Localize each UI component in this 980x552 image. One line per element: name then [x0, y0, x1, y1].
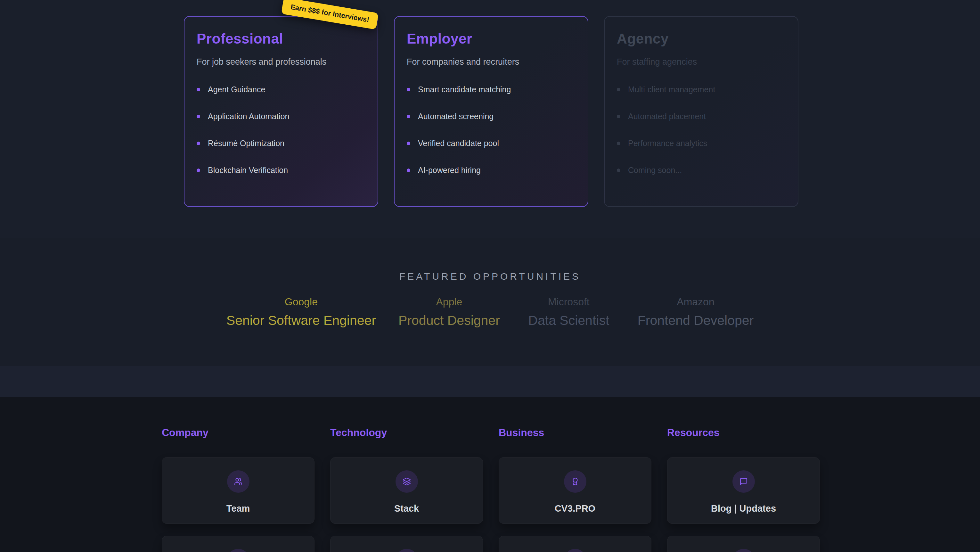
spacer-strip [0, 366, 980, 397]
featured-heading: FEATURED OPPORTUNITIES [0, 271, 980, 282]
message-square-icon [732, 470, 755, 493]
plan-title: Agency [617, 31, 786, 47]
footer-card-label: Stack [394, 503, 419, 514]
job-company: Google [226, 295, 376, 309]
plan-feature-label: Automated screening [418, 112, 493, 121]
job-title: Senior Software Engineer [226, 312, 376, 329]
plan-feature: Verified candidate pool [407, 139, 576, 148]
footer-column-business: Business CV3.PRO [499, 426, 651, 552]
footer-column-heading: Company [162, 426, 315, 439]
plan-description: For staffing agencies [617, 57, 786, 67]
plan-feature: Application Automation [197, 112, 366, 121]
footer-card-stack[interactable]: Stack [330, 457, 483, 524]
hidden-icon [396, 549, 418, 552]
plan-feature-label: Blockchain Verification [208, 166, 288, 175]
award-icon [564, 470, 586, 493]
featured-opportunities-section: FEATURED OPPORTUNITIES Google Senior Sof… [0, 238, 980, 366]
bullet-icon [617, 142, 620, 145]
bullet-icon [197, 88, 200, 91]
bullet-icon [197, 169, 200, 172]
page: Professional For job seekers and profess… [0, 0, 980, 552]
bullet-icon [407, 115, 410, 118]
plan-feature-list: Smart candidate matching Automated scree… [407, 85, 576, 175]
plan-card-employer[interactable]: Employer For companies and recruiters Sm… [394, 16, 588, 207]
job-company: Amazon [638, 295, 754, 309]
footer-card-blog[interactable]: Blog | Updates [667, 457, 820, 524]
footer-card-label: CV3.PRO [555, 503, 595, 514]
job-title: Data Scientist [522, 312, 615, 329]
plan-feature-label: Automated placement [628, 112, 706, 121]
job-item-active[interactable]: Google Senior Software Engineer [226, 295, 376, 329]
bullet-icon [407, 142, 410, 145]
footer-column-resources: Resources Blog | Updates [667, 426, 820, 552]
plan-feature-label: Smart candidate matching [418, 85, 511, 94]
footer-column-heading: Business [499, 426, 651, 439]
footer-column-company: Company Team [162, 426, 315, 552]
bullet-icon [197, 115, 200, 118]
plans-section: Professional For job seekers and profess… [0, 0, 980, 238]
plan-feature: Agent Guidance [197, 85, 366, 94]
plan-feature: Blockchain Verification [197, 166, 366, 175]
footer-section: Company Team Technology [0, 397, 980, 552]
bullet-icon [407, 88, 410, 91]
bullet-icon [617, 88, 620, 91]
footer-column-technology: Technology Stack [330, 426, 483, 552]
plan-feature: Résumé Optimization [197, 139, 366, 148]
hidden-icon [564, 549, 586, 552]
featured-jobs-carousel: Google Senior Software Engineer Apple Pr… [0, 295, 980, 329]
plan-description: For companies and recruiters [407, 57, 576, 67]
job-company: Apple [398, 295, 500, 309]
plan-description: For job seekers and professionals [197, 57, 366, 67]
job-title: Frontend Developer [638, 312, 754, 329]
bullet-icon [617, 115, 620, 118]
bullet-icon [617, 169, 620, 172]
job-company: Microsoft [522, 295, 615, 309]
plan-feature: Automated screening [407, 112, 576, 121]
hidden-icon [227, 549, 250, 552]
plan-feature: Automated placement [617, 112, 786, 121]
plan-feature-label: Coming soon... [628, 166, 682, 175]
footer-card-partial[interactable] [499, 536, 651, 552]
bullet-icon [197, 142, 200, 145]
footer-card-partial[interactable] [667, 536, 820, 552]
footer-card-partial[interactable] [162, 536, 315, 552]
plan-feature: Performance analytics [617, 139, 786, 148]
plan-title: Professional [197, 31, 366, 47]
plan-card-professional[interactable]: Professional For job seekers and profess… [184, 16, 378, 207]
footer-card-team[interactable]: Team [162, 457, 315, 524]
plan-feature-label: Performance analytics [628, 139, 707, 148]
footer-card-label: Team [226, 503, 250, 514]
plan-feature-list: Multi-client management Automated placem… [617, 85, 786, 175]
plan-title: Employer [407, 31, 576, 47]
footer-grid: Company Team Technology [162, 426, 820, 552]
job-item[interactable]: Apple Product Designer [398, 295, 500, 329]
plan-feature-label: Multi-client management [628, 85, 715, 94]
plan-feature: Multi-client management [617, 85, 786, 94]
plans-row: Professional For job seekers and profess… [184, 16, 799, 207]
plan-feature-label: AI-powered hiring [418, 166, 481, 175]
plan-feature-label: Application Automation [208, 112, 289, 121]
footer-card-cv3pro[interactable]: CV3.PRO [499, 457, 651, 524]
layers-icon [396, 470, 418, 493]
plan-feature: Smart candidate matching [407, 85, 576, 94]
plan-feature-list: Agent Guidance Application Automation Ré… [197, 85, 366, 175]
plan-feature: AI-powered hiring [407, 166, 576, 175]
plan-card-agency-disabled: Agency For staffing agencies Multi-clien… [604, 16, 799, 207]
footer-card-partial[interactable] [330, 536, 483, 552]
plan-feature-label: Résumé Optimization [208, 139, 285, 148]
bullet-icon [407, 169, 410, 172]
job-item[interactable]: Microsoft Data Scientist [522, 295, 615, 329]
plan-feature-label: Agent Guidance [208, 85, 265, 94]
footer-card-label: Blog | Updates [711, 503, 776, 514]
job-title: Product Designer [398, 312, 500, 329]
footer-column-heading: Resources [667, 426, 820, 439]
plan-feature-label: Verified candidate pool [418, 139, 499, 148]
footer-column-heading: Technology [330, 426, 483, 439]
users-icon [227, 470, 250, 493]
plan-feature: Coming soon... [617, 166, 786, 175]
job-item[interactable]: Amazon Frontend Developer [638, 295, 754, 329]
hidden-icon [732, 549, 755, 552]
